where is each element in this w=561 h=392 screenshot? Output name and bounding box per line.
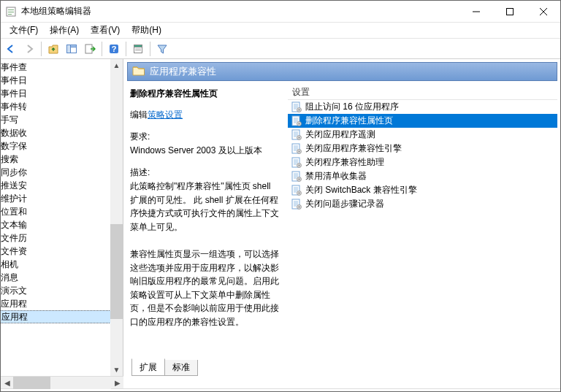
tree-item[interactable]: ˃应用程 [1,297,123,310]
tree-item-label: 推送安 [1,180,27,192]
setting-icon [291,199,302,210]
toolbar: ? [1,39,560,59]
show-hide-tree-button[interactable] [63,40,80,58]
settings-list: 设置 阻止访问 16 位应用程序删除程序兼容性属性页关闭应用程序遥测关闭应用程序… [288,82,557,357]
description-heading: 描述: [130,166,280,180]
setting-row[interactable]: 关闭问题步骤记录器 [288,197,557,211]
tree-item[interactable]: ˃事件查 [1,61,123,74]
tree-hscrollbar[interactable]: ◀ ▶ [1,376,123,388]
scroll-right-icon[interactable]: ▶ [111,377,123,389]
export-button[interactable] [81,40,99,58]
edit-policy-link[interactable]: 策略设置 [148,109,183,120]
svg-rect-2 [8,12,14,12]
scroll-thumb[interactable] [13,377,50,389]
tree-item[interactable]: 维护计 [1,192,123,205]
tree-item[interactable]: 手写 [1,113,123,126]
tree-item-label: 维护计 [1,193,27,205]
tree-item[interactable]: 搜索 [1,153,123,166]
setting-row[interactable]: 关闭应用程序遥测 [288,128,557,142]
tree-item[interactable]: 相机 [1,258,123,271]
setting-label: 关闭问题步骤记录器 [305,198,384,210]
setting-row[interactable]: 删除程序兼容性属性页 [288,114,557,128]
col-setting[interactable]: 设置 [288,84,314,99]
setting-icon [291,185,302,196]
setting-icon [291,171,302,182]
tree-item-label: 事件查 [1,61,27,74]
setting-row[interactable]: 关闭程序兼容性助理 [288,155,557,169]
edit-prefix: 编辑 [130,109,148,120]
tree-item[interactable]: ˃事件日 [1,74,123,87]
menu-help[interactable]: 帮助(H) [126,23,167,38]
tree-item-label: 文件历 [1,232,27,245]
window-title: 本地组策略编辑器 [21,5,459,18]
setting-label: 关闭应用程序兼容性引擎 [305,142,402,155]
setting-row[interactable]: 关闭应用程序兼容性引擎 [288,142,557,155]
back-button[interactable] [2,40,20,58]
tree-item[interactable]: 消息 [1,271,123,284]
tree-item[interactable]: 演示文 [1,284,123,297]
workspace: ˃事件查˃事件日事件日事件转手写˃数据收数字保搜索同步你推送安维护计˃位置和文本… [1,59,560,376]
tree-item-label: 搜索 [1,153,18,166]
tree-item[interactable]: 应用程 [1,310,123,323]
up-button[interactable] [45,40,62,58]
setting-row[interactable]: 关闭 SwitchBack 兼容性引擎 [288,183,557,197]
policy-title: 删除程序兼容性属性页 [130,87,280,101]
tree-item[interactable]: ˃数据收 [1,126,123,139]
setting-icon [291,157,302,169]
menu-file[interactable]: 文件(F) [4,23,44,38]
tab-extended[interactable]: 扩展 [131,358,165,376]
setting-label: 禁用清单收集器 [305,170,367,182]
tree-item-label: 事件日 [1,88,27,100]
setting-icon [291,129,302,141]
tree-item-label: 手写 [1,114,18,126]
scroll-thumb[interactable] [110,224,123,319]
scroll-down-icon[interactable]: ▼ [110,364,123,376]
tree-item-label: 事件转 [1,101,27,113]
setting-label: 删除程序兼容性属性页 [305,115,393,127]
minimize-button[interactable] [459,1,493,23]
separator [102,42,102,56]
tree-item-label: 数字保 [1,140,27,153]
tree-vscrollbar[interactable]: ▲ ▼ [110,59,123,376]
tree-item-label: 数据收 [1,127,27,139]
scroll-up-icon[interactable]: ▲ [110,59,123,72]
tree-item[interactable]: 数字保 [1,139,123,153]
filter-button[interactable] [153,40,171,58]
menu-action[interactable]: 操作(A) [44,23,85,38]
tree-item[interactable]: 推送安 [1,179,123,192]
svg-rect-5 [507,8,514,15]
forward-button[interactable] [20,40,38,58]
list-header[interactable]: 设置 [288,84,557,100]
tree-item[interactable]: ˃位置和 [1,205,123,218]
tree-item[interactable]: 文件历 [1,231,123,245]
menu-view[interactable]: 查看(V) [85,23,126,38]
close-button[interactable] [527,1,560,23]
svg-rect-3 [8,14,12,15]
tree-item[interactable]: 同步你 [1,166,123,179]
maximize-button[interactable] [493,1,527,23]
tree-item[interactable]: 事件转 [1,100,123,113]
setting-label: 阻止访问 16 位应用程序 [305,101,399,113]
scroll-left-icon[interactable]: ◀ [1,377,13,389]
tree-item-label: 应用程 [1,298,27,310]
separator [41,42,42,56]
requirements-value: Windows Server 2003 及以上版本 [130,144,280,158]
separator [126,42,126,56]
content-pane: 应用程序兼容性 删除程序兼容性属性页 编辑策略设置 要求: Windows Se… [123,59,560,376]
separator [150,42,150,56]
tree-item-label: 相机 [1,258,18,271]
folder-open-icon [132,65,145,78]
tab-standard[interactable]: 标准 [164,360,198,376]
setting-icon [291,115,302,127]
properties-button[interactable] [129,40,147,58]
help-button[interactable]: ? [105,40,123,58]
content-header: 应用程序兼容性 [127,62,557,81]
tree-item[interactable]: ˃文件资 [1,245,123,258]
setting-row[interactable]: 禁用清单收集器 [288,169,557,183]
svg-rect-15 [134,45,142,47]
setting-row[interactable]: 阻止访问 16 位应用程序 [288,100,557,114]
tree-item[interactable]: 文本输 [1,218,123,231]
setting-icon [291,101,302,113]
tree-item[interactable]: 事件日 [1,87,123,100]
tree-item-label: 位置和 [1,206,27,218]
